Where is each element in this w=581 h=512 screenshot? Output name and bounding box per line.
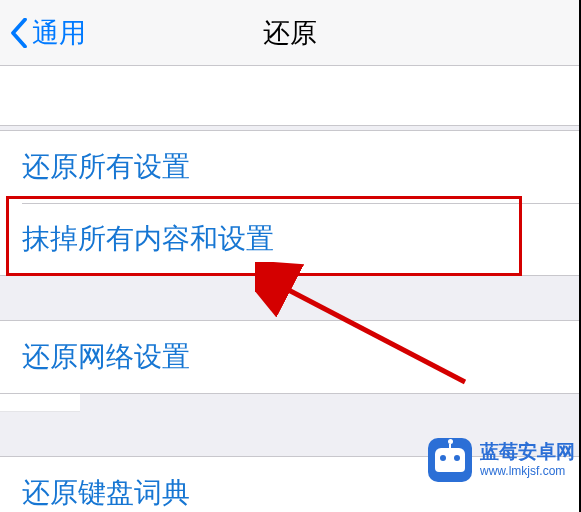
row-label: 还原所有设置 <box>22 148 190 186</box>
page-title: 还原 <box>263 15 317 51</box>
row-label: 还原网络设置 <box>22 338 190 376</box>
spacer-row <box>0 66 579 126</box>
erase-all-content-row[interactable]: 抹掉所有内容和设置 <box>0 203 579 275</box>
watermark: 蓝莓安卓网 www.lmkjsf.com <box>428 438 575 482</box>
back-label: 通用 <box>32 15 86 51</box>
group-gap <box>0 276 579 320</box>
settings-group-2: 还原网络设置 <box>0 320 579 394</box>
watermark-url: www.lmkjsf.com <box>480 464 575 478</box>
reset-network-settings-row[interactable]: 还原网络设置 <box>0 321 579 393</box>
row-label: 抹掉所有内容和设置 <box>22 220 274 258</box>
watermark-logo-icon <box>428 438 472 482</box>
row-label: 还原键盘词典 <box>22 474 190 512</box>
chevron-left-icon <box>10 18 28 48</box>
watermark-title: 蓝莓安卓网 <box>480 441 575 464</box>
settings-group-1: 还原所有设置 抹掉所有内容和设置 <box>0 130 579 276</box>
reset-all-settings-row[interactable]: 还原所有设置 <box>0 131 579 203</box>
back-button[interactable]: 通用 <box>0 15 86 51</box>
nav-bar: 通用 还原 <box>0 0 579 66</box>
partial-strip <box>0 394 80 412</box>
watermark-text: 蓝莓安卓网 www.lmkjsf.com <box>480 441 575 478</box>
